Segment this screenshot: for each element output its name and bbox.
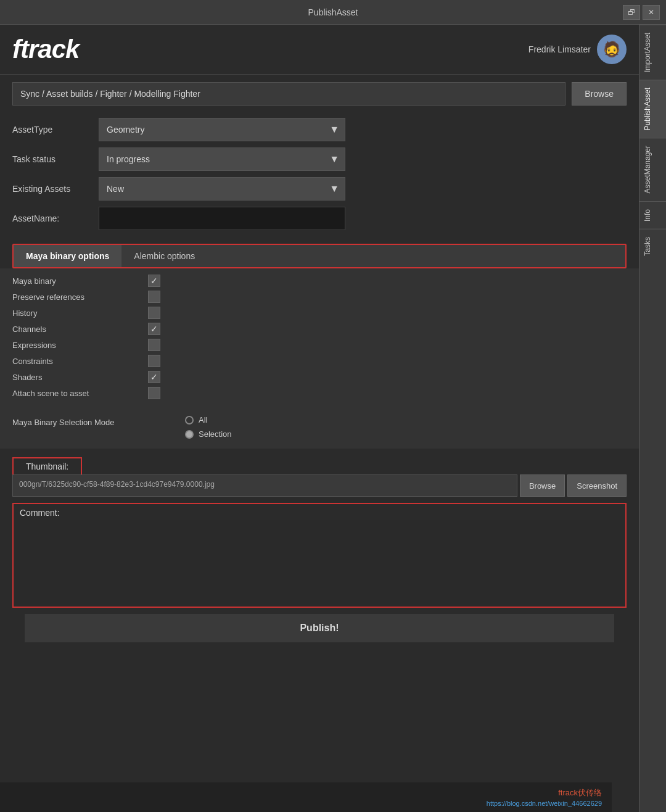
- asset-name-label: AssetName:: [12, 213, 99, 223]
- history-checkbox[interactable]: [148, 307, 160, 319]
- watermark-logo: ftrack伏传络: [558, 787, 602, 798]
- radio-all-label: All: [199, 415, 207, 425]
- tab-alembic[interactable]: Alembic options: [121, 245, 207, 267]
- existing-assets-select-wrapper: New Existing ▼: [99, 177, 345, 201]
- constraints-label: Constraints: [12, 357, 136, 366]
- app-logo: ftrack: [12, 35, 79, 64]
- title-bar: PublishAsset 🗗 ✕: [0, 0, 666, 25]
- tab-maya-binary[interactable]: Maya binary options: [14, 245, 121, 267]
- options-tabs: Maya binary options Alembic options: [14, 245, 625, 267]
- sidebar-tab-info[interactable]: Info: [639, 201, 666, 229]
- preserve-references-checkbox[interactable]: [148, 291, 160, 303]
- existing-assets-select[interactable]: New Existing: [99, 177, 345, 201]
- attach-scene-label: Attach scene to asset: [12, 389, 136, 398]
- radio-options: All Selection: [185, 415, 231, 439]
- screenshot-button[interactable]: Screenshot: [567, 474, 627, 497]
- shaders-label: Shaders: [12, 373, 136, 382]
- task-status-select[interactable]: In progress Done Pending: [99, 147, 345, 171]
- asset-type-select-wrapper: Geometry Alembic Render Camera ▼: [99, 118, 345, 141]
- checkbox-row-shaders: Shaders ✓: [12, 371, 627, 383]
- asset-type-select[interactable]: Geometry Alembic Render Camera: [99, 118, 345, 141]
- thumbnail-path: 000gn/T/6325dc90-cf58-4f89-82e3-1cd4c97e…: [12, 474, 517, 497]
- radio-selection[interactable]: [185, 430, 194, 439]
- checkbox-row-channels: Channels ✓: [12, 323, 627, 335]
- path-bar: Browse: [0, 75, 639, 113]
- task-status-row: Task status In progress Done Pending ▼: [12, 147, 627, 171]
- maya-binary-checkbox[interactable]: ✓: [148, 275, 160, 287]
- channels-label: Channels: [12, 325, 136, 334]
- path-input[interactable]: [12, 82, 565, 106]
- maya-binary-label: Maya binary: [12, 276, 136, 286]
- comment-label: Comment:: [14, 504, 625, 520]
- shaders-checkbox[interactable]: ✓: [148, 371, 160, 383]
- avatar: 🧔: [597, 35, 627, 64]
- asset-type-row: AssetType Geometry Alembic Render Camera…: [12, 118, 627, 141]
- thumbnail-section: Thumbnail: 000gn/T/6325dc90-cf58-4f89-82…: [12, 457, 627, 497]
- sidebar-tab-asset-manager[interactable]: AssetManager: [639, 138, 666, 201]
- channels-checkbox[interactable]: ✓: [148, 323, 160, 335]
- publish-button[interactable]: Publish!: [25, 614, 614, 642]
- radio-all[interactable]: [185, 416, 194, 425]
- existing-assets-label: Existing Assets: [12, 184, 99, 194]
- options-tabs-container: Maya binary options Alembic options: [12, 244, 627, 268]
- task-status-select-wrapper: In progress Done Pending ▼: [99, 147, 345, 171]
- publish-label: Publish!: [300, 623, 339, 634]
- checkbox-row-maya-binary: Maya binary ✓: [12, 275, 627, 287]
- app-header: ftrack Fredrik Limsater 🧔: [0, 25, 639, 75]
- constraints-checkbox[interactable]: [148, 355, 160, 367]
- comment-section: Comment:: [12, 503, 627, 608]
- thumbnail-label: Thumbnail:: [20, 458, 75, 474]
- browse-button[interactable]: Browse: [572, 82, 627, 106]
- window-title: PublishAsset: [308, 7, 358, 17]
- watermark: ftrack伏传络 https://blog.csdn.net/weixin_4…: [0, 782, 612, 812]
- task-status-label: Task status: [12, 154, 99, 164]
- existing-assets-row: Existing Assets New Existing ▼: [12, 177, 627, 201]
- asset-name-row: AssetName:: [12, 207, 627, 230]
- expressions-checkbox[interactable]: [148, 339, 160, 351]
- checkboxes-section: Maya binary ✓ Preserve references Histor…: [0, 268, 639, 409]
- sidebar-tab-tasks[interactable]: Tasks: [639, 229, 666, 263]
- history-label: History: [12, 309, 136, 318]
- radio-row-all: All: [185, 415, 231, 425]
- checkbox-row-preserve-refs: Preserve references: [12, 291, 627, 303]
- preserve-references-label: Preserve references: [12, 292, 136, 302]
- comment-textarea[interactable]: [14, 520, 625, 607]
- window-controls: 🗗 ✕: [623, 5, 660, 20]
- form-section: AssetType Geometry Alembic Render Camera…: [0, 113, 639, 241]
- selection-mode-label: Maya Binary Selection Mode: [12, 415, 185, 427]
- thumbnail-row: 000gn/T/6325dc90-cf58-4f89-82e3-1cd4c97e…: [12, 474, 627, 497]
- attach-scene-checkbox[interactable]: [148, 387, 160, 399]
- restore-button[interactable]: 🗗: [623, 5, 640, 20]
- sidebar-tab-import-asset[interactable]: ImportAsset: [639, 25, 666, 80]
- right-sidebar: ImportAsset PublishAsset AssetManager In…: [639, 25, 666, 812]
- publish-bar: Publish!: [12, 614, 627, 642]
- sidebar-tab-publish-asset[interactable]: PublishAsset: [639, 80, 666, 138]
- checkbox-row-expressions: Expressions: [12, 339, 627, 351]
- asset-type-label: AssetType: [12, 125, 99, 135]
- expressions-label: Expressions: [12, 341, 136, 350]
- radio-selection-label: Selection: [199, 429, 231, 439]
- close-button[interactable]: ✕: [643, 5, 660, 20]
- checkbox-row-attach-scene: Attach scene to asset: [12, 387, 627, 399]
- user-info: Fredrik Limsater 🧔: [528, 35, 627, 64]
- radio-section: Maya Binary Selection Mode All Selection: [0, 409, 639, 449]
- radio-row-selection: Selection: [185, 429, 231, 439]
- checkbox-row-constraints: Constraints: [12, 355, 627, 367]
- user-name: Fredrik Limsater: [528, 44, 591, 54]
- checkbox-row-history: History: [12, 307, 627, 319]
- thumbnail-browse-button[interactable]: Browse: [520, 474, 565, 497]
- asset-name-input[interactable]: [99, 207, 345, 230]
- watermark-url: https://blog.csdn.net/weixin_44662629: [487, 800, 602, 807]
